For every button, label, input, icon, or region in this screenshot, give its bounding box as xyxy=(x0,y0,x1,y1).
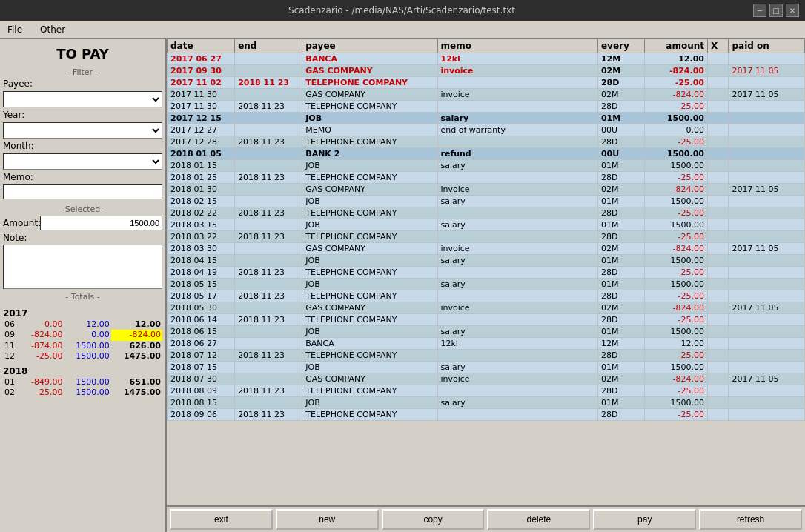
table-row[interactable]: 2018 03 222018 11 23TELEPHONE COMPANY28D… xyxy=(168,231,805,243)
cell-memo: salary xyxy=(437,160,597,172)
cell-end xyxy=(235,338,302,350)
header-date: date xyxy=(168,39,235,53)
cell-end xyxy=(235,160,302,172)
cell-memo: salary xyxy=(437,255,597,267)
table-scroll[interactable]: date end payee memo every amount X paid … xyxy=(167,39,805,505)
cell-end xyxy=(235,113,302,124)
cell-x xyxy=(707,184,728,196)
month-select[interactable] xyxy=(3,153,162,170)
minimize-button[interactable]: − xyxy=(753,4,766,17)
close-button[interactable]: ✕ xyxy=(786,4,799,17)
table-row[interactable]: 2017 11 022018 11 23TELEPHONE COMPANY28D… xyxy=(168,77,805,89)
cell-x xyxy=(707,314,728,326)
table-row[interactable]: 2017 12 27MEMOend of warranty00U0.00 xyxy=(168,124,805,136)
main-table: date end payee memo every amount X paid … xyxy=(167,39,805,421)
table-row[interactable]: 2018 06 15JOBsalary01M1500.00 xyxy=(168,326,805,338)
pay-button[interactable]: pay xyxy=(593,509,696,530)
table-row[interactable]: 2018 06 142018 11 23TELEPHONE COMPANY28D… xyxy=(168,314,805,326)
table-row[interactable]: 2018 01 15JOBsalary01M1500.00 xyxy=(168,160,805,172)
exit-button[interactable]: exit xyxy=(170,509,273,530)
table-row[interactable]: 2018 01 252018 11 23TELEPHONE COMPANY28D… xyxy=(168,172,805,184)
table-row[interactable]: 2018 01 30GAS COMPANYinvoice02M-824.0020… xyxy=(168,184,805,196)
table-row[interactable]: 2018 08 092018 11 23TELEPHONE COMPANY28D… xyxy=(168,385,805,397)
window-controls[interactable]: − □ ✕ xyxy=(753,4,799,17)
cell-date: 2018 05 15 xyxy=(168,279,235,290)
cell-amount: 1500.00 xyxy=(644,148,707,160)
cell-payee: TELEPHONE COMPANY xyxy=(302,267,437,279)
table-row[interactable]: 2017 12 15JOBsalary01M1500.00 xyxy=(168,113,805,124)
cell-end: 2018 11 23 xyxy=(235,136,302,148)
note-textarea[interactable] xyxy=(3,245,162,289)
cell-end xyxy=(235,53,302,65)
refresh-button[interactable]: refresh xyxy=(699,509,802,530)
cell-payee: GAS COMPANY xyxy=(302,184,437,196)
table-row[interactable]: 2018 03 15JOBsalary01M1500.00 xyxy=(168,219,805,231)
cell-paidon: 2017 11 05 xyxy=(729,184,805,196)
cell-paidon xyxy=(729,326,805,338)
menu-other[interactable]: Other xyxy=(36,23,70,36)
cell-end xyxy=(235,326,302,338)
cell-paidon xyxy=(729,148,805,160)
copy-button[interactable]: copy xyxy=(382,509,485,530)
table-row[interactable]: 2018 06 27BANCA12kl12M12.00 xyxy=(168,338,805,350)
totals-row: 09 -824.00 0.00 -824.00 xyxy=(3,330,162,340)
cell-x xyxy=(707,279,728,290)
menubar: File Other xyxy=(0,21,805,39)
amount-input[interactable] xyxy=(40,216,162,230)
payee-label: Payee: xyxy=(3,79,36,89)
memo-input[interactable] xyxy=(3,184,162,199)
totals-month: 09 xyxy=(3,330,20,340)
header-amount: amount xyxy=(644,39,707,53)
table-row[interactable]: 2017 11 302018 11 23TELEPHONE COMPANY28D… xyxy=(168,101,805,113)
totals-col1: -874.00 xyxy=(20,341,64,351)
cell-every: 02M xyxy=(597,373,644,385)
cell-paidon xyxy=(729,409,805,421)
table-row[interactable]: 2018 02 15JOBsalary01M1500.00 xyxy=(168,196,805,207)
table-row[interactable]: 2018 08 15JOBsalary01M1500.00 xyxy=(168,397,805,409)
table-row[interactable]: 2018 07 30GAS COMPANYinvoice02M-824.0020… xyxy=(168,373,805,385)
header-paidon: paid on xyxy=(729,39,805,53)
totals-col3: -824.00 xyxy=(111,330,162,340)
table-row[interactable]: 2018 05 30GAS COMPANYinvoice02M-824.0020… xyxy=(168,302,805,314)
year-select[interactable] xyxy=(3,122,162,139)
new-button[interactable]: new xyxy=(276,509,379,530)
table-row[interactable]: 2018 01 05BANK 2refund00U1500.00 xyxy=(168,148,805,160)
table-row[interactable]: 2017 11 30GAS COMPANYinvoice02M-824.0020… xyxy=(168,89,805,101)
table-row[interactable]: 2018 05 172018 11 23TELEPHONE COMPANY28D… xyxy=(168,290,805,302)
menu-file[interactable]: File xyxy=(3,23,27,36)
cell-payee: JOB xyxy=(302,219,437,231)
table-row[interactable]: 2018 04 192018 11 23TELEPHONE COMPANY28D… xyxy=(168,267,805,279)
cell-every: 01M xyxy=(597,113,644,124)
cell-x xyxy=(707,53,728,65)
cell-every: 01M xyxy=(597,279,644,290)
cell-payee: TELEPHONE COMPANY xyxy=(302,409,437,421)
cell-x xyxy=(707,231,728,243)
table-row[interactable]: 2017 12 282018 11 23TELEPHONE COMPANY28D… xyxy=(168,136,805,148)
table-row[interactable]: 2018 07 122018 11 23TELEPHONE COMPANY28D… xyxy=(168,350,805,362)
table-row[interactable]: 2018 04 15JOBsalary01M1500.00 xyxy=(168,255,805,267)
payee-select[interactable] xyxy=(3,91,162,107)
table-row[interactable]: 2018 05 15JOBsalary01M1500.00 xyxy=(168,279,805,290)
maximize-button[interactable]: □ xyxy=(769,4,783,17)
delete-button[interactable]: delete xyxy=(487,509,590,530)
table-row[interactable]: 2018 07 15JOBsalary01M1500.00 xyxy=(168,362,805,373)
year-input-row xyxy=(3,122,162,139)
cell-x xyxy=(707,255,728,267)
table-row[interactable]: 2018 03 30GAS COMPANYinvoice02M-824.0020… xyxy=(168,243,805,255)
table-row[interactable]: 2017 09 30GAS COMPANYinvoice02M-824.0020… xyxy=(168,65,805,77)
cell-payee: JOB xyxy=(302,160,437,172)
cell-end xyxy=(235,184,302,196)
cell-every: 02M xyxy=(597,65,644,77)
cell-amount: 0.00 xyxy=(644,124,707,136)
table-row[interactable]: 2018 02 222018 11 23TELEPHONE COMPANY28D… xyxy=(168,207,805,219)
cell-every: 01M xyxy=(597,397,644,409)
cell-memo: invoice xyxy=(437,243,597,255)
table-row[interactable]: 2018 09 062018 11 23TELEPHONE COMPANY28D… xyxy=(168,409,805,421)
cell-memo xyxy=(437,172,597,184)
cell-amount: -25.00 xyxy=(644,409,707,421)
table-row[interactable]: 2017 06 27BANCA12kl12M12.00 xyxy=(168,53,805,65)
cell-date: 2018 01 30 xyxy=(168,184,235,196)
payee-row: Payee: xyxy=(3,79,162,89)
cell-amount: 1500.00 xyxy=(644,219,707,231)
cell-memo: salary xyxy=(437,113,597,124)
